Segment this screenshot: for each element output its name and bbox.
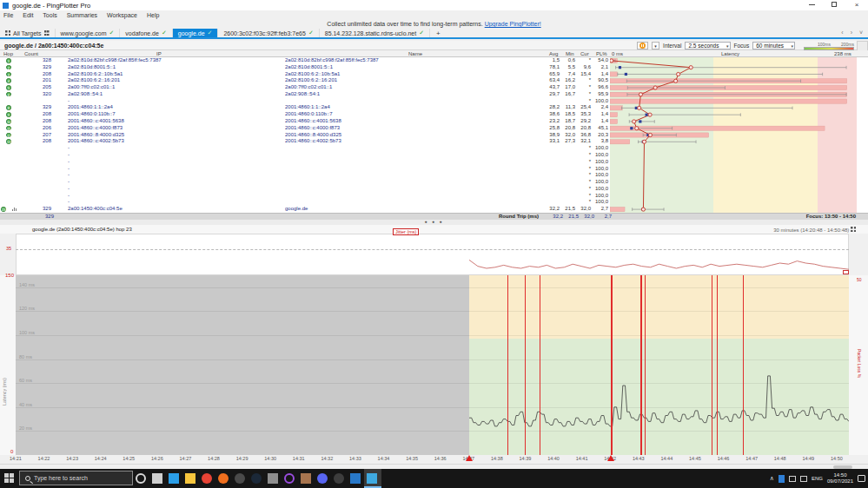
table-row[interactable]: 132082001:4860::c:4002:5b732001:4860::c:… [0, 138, 608, 145]
count-cell: 208 [17, 71, 54, 78]
col-ip[interactable]: IP [156, 50, 162, 57]
pause-icon [639, 43, 646, 49]
firefox-icon[interactable] [218, 473, 229, 484]
notification-center-icon[interactable] [858, 475, 865, 482]
table-row[interactable]: -*100,0 [0, 159, 608, 166]
col-min[interactable]: Min [566, 50, 574, 57]
name-cell: 2a02:8100:6:2::10b:5a1 [285, 71, 537, 78]
chrome-icon[interactable] [202, 473, 212, 484]
col-avg[interactable]: Avg [549, 50, 558, 57]
tab-google-de[interactable]: google.de✓ [173, 29, 219, 37]
app-icon-13[interactable] [334, 473, 344, 484]
time-tick-label: 14:47 [745, 456, 758, 461]
interval-select[interactable]: 2.5 seconds▾ [685, 42, 730, 49]
app-icon-14[interactable] [350, 473, 361, 484]
menu-edit[interactable]: Edit [23, 12, 33, 18]
app-icon-9[interactable] [268, 473, 278, 484]
summary-grid-icon [44, 30, 50, 36]
col-hop[interactable]: Hop [3, 50, 13, 57]
close-button[interactable]: × [845, 0, 868, 10]
app-icon-11[interactable] [301, 473, 311, 484]
table-row[interactable]: -*100,0 [0, 179, 608, 186]
focus-select[interactable]: 60 minutes▾ [752, 42, 795, 49]
tab-2600-3c02-f03c-92ff-feb3-7e65[interactable]: 2600:3c02:f03c:92ff:feb3:7e65✓ [218, 29, 319, 37]
pl-cell: 100,0 [591, 179, 608, 186]
bluetooth-icon[interactable] [779, 475, 785, 483]
steam-icon[interactable] [251, 473, 262, 484]
app-icon-10[interactable] [284, 473, 295, 484]
ip-cell: - [54, 166, 285, 173]
avg-cell: 28,2 [537, 104, 560, 111]
timeline-target-label: google.de (2a00:1450:400c:c04:5e) hop 23 [32, 227, 132, 232]
col-count[interactable]: Count [24, 50, 38, 57]
tab-85-14-232-128-static-rdns-uclo-net[interactable]: 85.14.232.128.static.rdns-uclo.net✓ [320, 29, 430, 37]
discord-icon[interactable] [317, 473, 328, 484]
menu-tools[interactable]: Tools [43, 12, 56, 18]
upgrade-link[interactable]: Upgrade PingPlotter! [485, 21, 541, 27]
table-row[interactable]: 42012a02:8100:6:2::16:2012a02:8100:6:2::… [0, 77, 608, 84]
table-row[interactable]: -*100,0 [0, 172, 608, 179]
col-cur[interactable]: Cur [580, 50, 589, 57]
network-icon[interactable] [789, 476, 796, 482]
table-row[interactable]: -*100,0 [0, 199, 608, 206]
task-view-icon[interactable] [152, 473, 162, 484]
table-row[interactable]: 63202a02:908::54:12a02:908::54:129,716,7… [0, 91, 608, 98]
ip-cell: - [54, 159, 285, 166]
table-row[interactable]: -*100,0 [0, 166, 608, 173]
clock[interactable]: 14:5009/07/2021 [827, 472, 853, 485]
latency-timeline-plot[interactable]: 150 0 50 Latency (ms) Packet Loss % 14:2… [0, 275, 868, 455]
table-row[interactable]: -*100,0 [0, 145, 608, 152]
chevron-up-icon[interactable]: ∧ [770, 475, 774, 482]
start-button[interactable] [4, 473, 14, 483]
min-cell [560, 98, 575, 105]
pause-button[interactable] [637, 42, 648, 49]
table-row[interactable]: 112062001:4860::c:4000:f8732001:4860::c:… [0, 125, 608, 132]
table-row[interactable]: 122072001:4860::8:4000:d3252001:4860::8:… [0, 132, 608, 139]
table-row[interactable]: 102082001:4860::c:4001:56382001:4860::c:… [0, 118, 608, 125]
hop-cell [0, 186, 17, 193]
table-row[interactable]: -*100,0 [0, 193, 608, 200]
count-cell [17, 199, 54, 206]
pause-dropdown-button[interactable]: ▾ [652, 42, 659, 49]
col-pl[interactable]: PL% [596, 50, 607, 57]
tab-www-google-com[interactable]: www.google.com✓ [56, 29, 121, 37]
menu-help[interactable]: Help [147, 12, 159, 18]
timeline-gridline [16, 431, 849, 432]
menu-file[interactable]: File [3, 12, 13, 18]
table-row[interactable]: 92082001:4860:0:110b::72001:4860:0:110b:… [0, 111, 608, 118]
hop-cell: 6 [0, 91, 17, 98]
menu-workspace[interactable]: Workspace [107, 12, 137, 18]
table-row[interactable]: 23292a02:810d:8001:5::12a02:810d:8001:5:… [0, 64, 608, 71]
min-cell: 18,7 [560, 118, 575, 125]
file-explorer-icon[interactable] [185, 473, 195, 484]
timeline-range-label[interactable]: 30 minutes (14:20:48 - 14:50:48) [773, 227, 856, 233]
name-cell [285, 186, 537, 193]
hop-cell: 13 [0, 138, 17, 145]
language-indicator[interactable]: ENG [812, 476, 823, 481]
minimize-button[interactable] [800, 0, 823, 10]
table-row[interactable]: 233292a00:1450:400c:c04:5egoogle.de32,22… [0, 206, 608, 213]
table-row[interactable]: 52052a00:7ff0:c02:c01::12a00:7ff0:c02:c0… [0, 84, 608, 91]
table-row[interactable]: 13282a02:810d:82bf:c998:f2af:85ff:fec5:7… [0, 57, 608, 64]
table-row[interactable]: -*100,0 [0, 98, 608, 105]
table-row[interactable]: 83292001:4860:1:1::2a42001:4860:1:1::2a4… [0, 104, 608, 111]
add-target-tab[interactable]: + [430, 29, 447, 37]
vscode-icon[interactable] [169, 473, 179, 484]
maximize-button[interactable] [823, 0, 845, 10]
obs-icon[interactable] [235, 473, 245, 484]
volume-icon[interactable] [800, 476, 807, 482]
name-cell [285, 199, 537, 206]
table-row[interactable]: 32082a02:8100:6:2::10b:5a12a02:8100:6:2:… [0, 71, 608, 78]
ip-cell: 2a00:7ff0:c02:c01::1 [54, 84, 285, 91]
tab-all-targets[interactable]: All Targets [0, 29, 56, 37]
tab-vodafone-de[interactable]: vodafone.de✓ [120, 29, 172, 37]
cortana-icon[interactable] [136, 473, 146, 484]
col-name[interactable]: Name [408, 50, 422, 57]
pingplotter-taskbar-icon[interactable] [367, 473, 377, 484]
taskbar-search[interactable]: Type here to search [19, 471, 133, 485]
tab-scroll-arrows[interactable]: ‹ › ˅ [841, 30, 865, 36]
table-row[interactable]: -*100,0 [0, 186, 608, 193]
menu-summaries[interactable]: Summaries [67, 12, 97, 18]
cur-cell: * [575, 193, 591, 200]
table-row[interactable]: -*100,0 [0, 152, 608, 159]
